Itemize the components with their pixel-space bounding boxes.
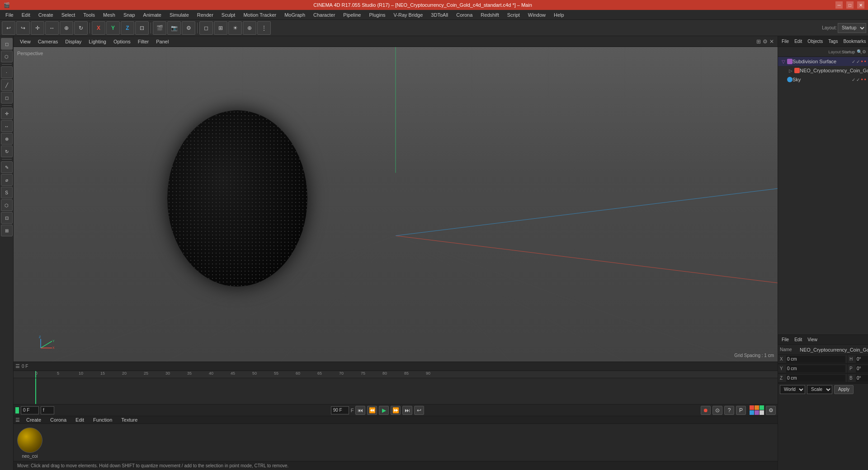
menu-file[interactable]: File (2, 10, 17, 20)
tree-item-neo-coin[interactable]: ▷ NEO_Cryptocurrency_Coin_Gold ✓ ✓ ● ● (778, 66, 868, 75)
rot-p-input[interactable] (856, 365, 868, 372)
tl-purple-btn[interactable] (755, 410, 759, 415)
menu-script[interactable]: Script (504, 10, 524, 20)
vp-close-icon[interactable]: ✕ (769, 38, 774, 45)
menu-snap[interactable]: Snap (120, 10, 139, 20)
layout-dropdown[interactable]: Startup (838, 23, 866, 33)
play-button[interactable]: ▶ (379, 406, 389, 415)
search-icon[interactable]: 🔍 (857, 49, 862, 54)
rp-tab-bookmarks[interactable]: Bookmarks (841, 38, 868, 45)
rp-tab-objects[interactable]: Objects (806, 38, 825, 45)
attr-tab-view[interactable]: View (806, 336, 819, 343)
sky-render-icon[interactable]: ✓ (856, 77, 860, 82)
dot2-icon[interactable]: ● (864, 59, 866, 64)
menu-character[interactable]: Character (310, 10, 339, 20)
tree-item-sky[interactable]: Sky ✓ ✓ ● ● (778, 75, 868, 84)
undo-button[interactable]: ↩ (2, 21, 15, 35)
world-dropdown[interactable]: World (780, 385, 805, 394)
tl-orange-btn[interactable] (755, 405, 759, 410)
tool-knife[interactable]: ⌀ (1, 174, 13, 186)
help-button[interactable]: ? (724, 406, 734, 415)
gear-icon[interactable]: ⚙ (862, 49, 866, 54)
render-settings-button[interactable]: ⚙ (182, 21, 195, 35)
vp-tab-cameras[interactable]: Cameras (35, 38, 61, 45)
menu-3dtoall[interactable]: 3DToAll (427, 10, 452, 20)
rp-tab-file[interactable]: File (780, 38, 791, 45)
neo-expand-icon[interactable]: ▷ (787, 67, 794, 74)
tool-bevel[interactable]: ⊞ (1, 225, 13, 236)
tool-points[interactable]: · (1, 66, 13, 78)
lights-button[interactable]: ☀ (228, 21, 242, 35)
minimize-button[interactable]: ─ (835, 1, 843, 9)
menu-plugins[interactable]: Plugins (365, 10, 389, 20)
vp-tab-lighting[interactable]: Lighting (86, 38, 109, 45)
tool-model[interactable]: ◻ (1, 38, 13, 50)
grid-button[interactable]: ⋮ (257, 21, 271, 35)
tl-blue-btn[interactable] (750, 410, 754, 415)
vp-maximize-icon[interactable]: ⊞ (756, 38, 761, 45)
redo-button[interactable]: ↪ (16, 21, 30, 35)
rot-b-input[interactable] (856, 375, 868, 382)
render-icon[interactable]: ✓ (856, 59, 860, 64)
pos-x-input[interactable] (786, 356, 845, 363)
tool-live-select[interactable]: ✛ (1, 108, 13, 119)
mat-tab-function[interactable]: Function (90, 416, 115, 423)
loop-button[interactable]: ↩ (414, 406, 424, 415)
live-select-button[interactable]: ✛ (31, 21, 44, 35)
scale-dropdown[interactable]: Scale (807, 385, 832, 394)
tl-white-btn[interactable] (760, 410, 764, 415)
mat-tab-create[interactable]: Create (24, 416, 44, 423)
sky-dot1-icon[interactable]: ● (861, 77, 863, 82)
world-axis-button[interactable]: ⊡ (135, 21, 149, 35)
menu-mesh[interactable]: Mesh (99, 10, 119, 20)
menu-vray[interactable]: V-Ray Bridge (390, 10, 427, 20)
go-to-end-button[interactable]: ⏭ (402, 406, 412, 415)
settings-button[interactable]: ⚙ (766, 406, 776, 415)
display-mode-button[interactable]: ◻ (199, 21, 213, 35)
menu-corona[interactable]: Corona (453, 10, 476, 20)
tool-polygons[interactable]: ◻ (1, 92, 13, 103)
material-preview-ball[interactable] (17, 428, 42, 453)
y-axis-button[interactable]: Y (106, 21, 120, 35)
menu-edit[interactable]: Edit (18, 10, 34, 20)
render-button[interactable]: 🎬 (153, 21, 166, 35)
sky-vis-icon[interactable]: ✓ (852, 77, 855, 82)
tool-scale[interactable]: ⊕ (1, 133, 13, 145)
pos-z-input[interactable] (786, 375, 845, 382)
snap-button[interactable]: ⊕ (243, 21, 256, 35)
tool-extrude-inner[interactable]: ⊡ (1, 212, 13, 224)
menu-sculpt[interactable]: Sculpt (218, 10, 239, 20)
tool-move[interactable]: ↔ (1, 120, 13, 132)
mat-tab-texture[interactable]: Texture (118, 416, 140, 423)
timeline-content[interactable] (14, 378, 778, 404)
wireframe-button[interactable]: ⊞ (214, 21, 227, 35)
menu-create[interactable]: Create (35, 10, 57, 20)
menu-render[interactable]: Render (193, 10, 217, 20)
sky-dot2-icon[interactable]: ● (864, 77, 866, 82)
menu-window[interactable]: Window (524, 10, 549, 20)
rp-tab-edit[interactable]: Edit (793, 38, 804, 45)
tree-expand-icon[interactable]: ▽ (780, 58, 787, 65)
tree-item-subdivision[interactable]: ▽ Subdivision Surface ✓ ✓ ● ● (778, 57, 868, 66)
tool-extrude[interactable]: ⬡ (1, 199, 13, 211)
material-item[interactable]: neo_coi (17, 428, 42, 459)
move-button[interactable]: ↔ (45, 21, 59, 35)
record-button[interactable]: ⏺ (701, 406, 711, 415)
motion-button[interactable]: P (736, 406, 746, 415)
tool-pen[interactable]: ✎ (1, 161, 13, 173)
menu-simulate[interactable]: Simulate (166, 10, 193, 20)
vp-tab-panel[interactable]: Panel (153, 38, 171, 45)
rp-tab-tags[interactable]: Tags (826, 38, 840, 45)
menu-redshift[interactable]: Redshift (477, 10, 502, 20)
end-frame-input[interactable] (331, 406, 349, 414)
x-axis-button[interactable]: X (92, 21, 105, 35)
menu-animate[interactable]: Animate (140, 10, 165, 20)
maximize-button[interactable]: □ (846, 1, 854, 9)
apply-button[interactable]: Apply (834, 385, 854, 394)
vis-icon[interactable]: ✓ (852, 59, 855, 64)
tool-texture[interactable]: ⬡ (1, 51, 13, 62)
viewport[interactable]: Perspective Grid Spacing : 1 cm Y X Z (14, 47, 778, 362)
vp-tab-display[interactable]: Display (62, 38, 84, 45)
pos-y-input[interactable] (786, 365, 845, 372)
scale-button[interactable]: ⊕ (60, 21, 73, 35)
